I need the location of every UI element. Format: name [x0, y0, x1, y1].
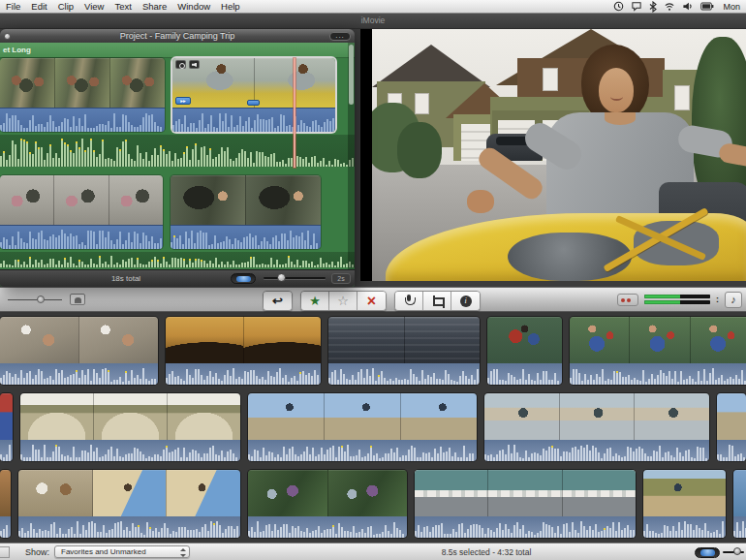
wifi-icon[interactable]: [664, 1, 675, 12]
project-audio-track-waveform[interactable]: [0, 252, 355, 267]
reject-button[interactable]: [357, 292, 386, 310]
clip-frame: [109, 175, 163, 225]
event-clip-bluepart[interactable]: [733, 470, 746, 538]
project-overflow-button[interactable]: ...: [329, 32, 351, 41]
event-clip-tan-part[interactable]: [0, 470, 11, 538]
menu-item-clip[interactable]: Clip: [58, 1, 74, 12]
event-clip-dune-blue[interactable]: [248, 393, 477, 461]
event-clip-water-gray[interactable]: [328, 317, 480, 385]
clip-audio-waveform: [172, 108, 335, 132]
event-clip-canoe-red[interactable]: [487, 317, 562, 385]
menu-item-window[interactable]: Window: [177, 1, 210, 12]
window-close-button[interactable]: [4, 33, 11, 40]
playhead[interactable]: [294, 58, 295, 168]
crop-button[interactable]: [423, 292, 451, 310]
add-to-project-button[interactable]: [264, 292, 292, 310]
project-marquee-label: et Long: [3, 46, 31, 54]
event-clip-climb[interactable]: [0, 317, 158, 385]
menu-item-text[interactable]: Text: [114, 1, 131, 12]
clip-frame: [635, 393, 709, 440]
event-clip-beach[interactable]: [484, 393, 709, 461]
inspector-button[interactable]: i: [451, 292, 480, 310]
clip-frame: [248, 470, 328, 516]
project-clip-kayak-man[interactable]: ▸▸: [172, 58, 335, 132]
clip-size-slider[interactable]: [8, 295, 62, 304]
chat-icon[interactable]: [631, 1, 642, 12]
clip-frame: [328, 317, 405, 363]
fast-forward-badge-icon[interactable]: ▸▸: [175, 97, 191, 105]
clip-audio-waveform: [0, 440, 13, 461]
gear-badge-icon[interactable]: [175, 60, 186, 69]
clip-frame: [93, 470, 168, 516]
event-clip-dune-part[interactable]: [717, 393, 746, 461]
project-clip-family[interactable]: [0, 58, 165, 132]
clip-filmstrip: [643, 470, 726, 516]
event-clip-forest[interactable]: [248, 470, 407, 538]
bluetooth-icon[interactable]: [649, 1, 657, 13]
project-clip-trunk[interactable]: [171, 175, 321, 249]
time-machine-icon[interactable]: [613, 1, 624, 12]
clip-audio-waveform: [484, 440, 709, 461]
event-clip-harbor[interactable]: [415, 470, 636, 538]
thumbnail-size-icon[interactable]: [70, 294, 85, 305]
clip-filmstrip: [248, 470, 407, 516]
project-window-titlebar[interactable]: Project - Family Camping Trip ...: [0, 29, 355, 43]
menu-item-share[interactable]: Share: [142, 1, 167, 12]
project-timeline[interactable]: et Long ▸▸ 18s total 2s: [0, 43, 355, 287]
clip-filmstrip: [733, 470, 746, 516]
viewer-man-smile: [610, 93, 623, 101]
clip-frame: [168, 393, 240, 440]
voiceover-button[interactable]: [395, 292, 423, 310]
battery-icon[interactable]: [700, 2, 714, 11]
clip-frame: [733, 470, 746, 516]
menu-item-view[interactable]: View: [84, 1, 104, 12]
project-clip-row: [0, 175, 355, 249]
duration-badge: [247, 100, 260, 106]
volume-icon[interactable]: [682, 1, 694, 12]
event-waveform-toggle[interactable]: [695, 547, 720, 558]
event-clip-row: [0, 393, 746, 461]
project-footer: 18s total 2s: [0, 269, 355, 287]
project-clip-pavement[interactable]: [0, 175, 163, 249]
music-browser-button[interactable]: ♪: [725, 292, 742, 308]
menu-item-edit[interactable]: Edit: [31, 1, 47, 12]
event-clip-canoe-blue[interactable]: [570, 317, 746, 385]
event-clip-row: [0, 317, 746, 385]
star-outline-icon: [337, 295, 349, 307]
waveform-toggle-button[interactable]: [231, 273, 256, 284]
event-clip-redblue[interactable]: [0, 393, 13, 461]
clip-frame: [244, 317, 322, 363]
project-scrollbar[interactable]: [348, 43, 355, 269]
selection-info-label: 8.5s selected - 4:32 total: [389, 547, 583, 557]
clip-filmstrip: [487, 317, 562, 363]
menu-item-file[interactable]: File: [6, 1, 20, 12]
sidebar-toggle-button[interactable]: [0, 546, 10, 558]
clip-frame: [54, 175, 109, 225]
favorite-button[interactable]: [301, 292, 329, 310]
event-zoom-slider[interactable]: [723, 547, 744, 556]
clip-frame: [325, 393, 401, 440]
clip-filmstrip: [20, 393, 240, 440]
event-clip-sunset[interactable]: [166, 317, 321, 385]
clip-filmstrip: [0, 470, 11, 516]
menu-item-help[interactable]: Help: [221, 1, 240, 12]
dropdown-arrows-icon: [180, 548, 186, 557]
menu-clock[interactable]: Mon: [723, 2, 740, 12]
clip-frame: [488, 470, 562, 516]
clip-filmstrip: [0, 393, 13, 440]
event-clip-dune-path[interactable]: [20, 393, 240, 461]
event-clip-rock[interactable]: [18, 470, 240, 538]
camera-import-button[interactable]: [617, 294, 638, 306]
clip-filmstrip: [171, 175, 321, 225]
clip-audio-waveform: [0, 516, 11, 538]
clip-frame: [401, 393, 477, 440]
unmark-button[interactable]: [329, 292, 357, 310]
viewer-video[interactable]: [360, 29, 746, 281]
clip-audio-waveform: [248, 440, 477, 461]
filter-dropdown[interactable]: Favorites and Unmarked: [54, 545, 190, 558]
event-clip-grass[interactable]: [643, 470, 726, 538]
project-audio-track-waveform[interactable]: [0, 135, 355, 167]
event-browser[interactable]: [0, 312, 746, 543]
thumbnail-zoom-slider[interactable]: [264, 273, 326, 282]
speaker-badge-icon[interactable]: [189, 60, 200, 69]
